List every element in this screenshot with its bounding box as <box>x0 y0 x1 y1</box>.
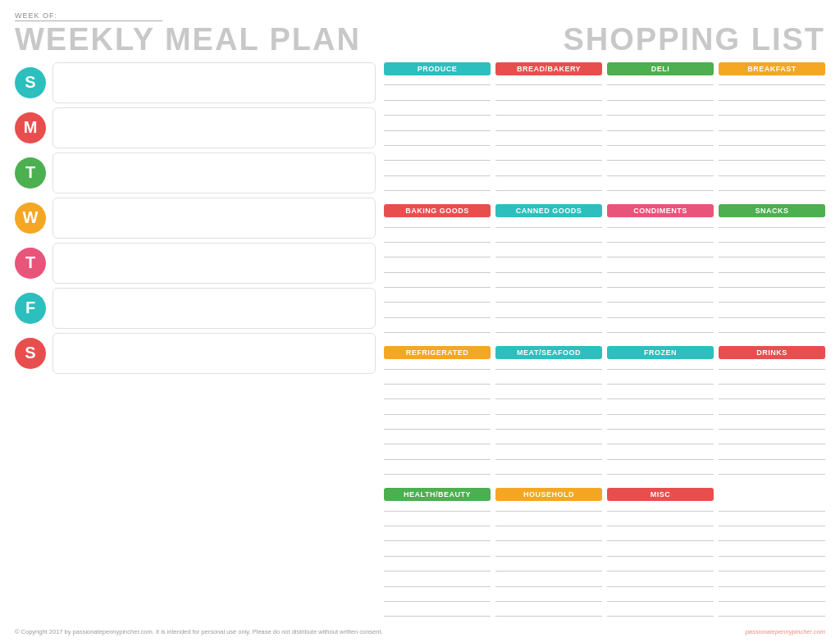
day-input-sunday[interactable] <box>52 62 376 103</box>
shopping-row-3: HEALTH/BEAUTYHOUSEHOLDMISC <box>384 488 825 625</box>
item-line <box>607 414 714 415</box>
item-line <box>384 540 491 541</box>
item-line <box>384 429 491 430</box>
item-line <box>607 100 714 101</box>
item-line <box>607 459 714 460</box>
footer: © Copyright 2017 by passionatepennypinch… <box>15 628 825 635</box>
day-circle-friday: F <box>15 293 46 324</box>
item-line <box>719 444 825 444</box>
item-line <box>384 115 491 116</box>
item-line <box>607 429 714 430</box>
item-line <box>495 227 602 228</box>
category-header-drinks: DRINKS <box>719 346 825 359</box>
item-line <box>384 556 491 557</box>
item-line <box>495 511 602 512</box>
item-line <box>495 556 602 557</box>
item-line <box>495 429 602 430</box>
day-row-monday: M <box>15 107 376 148</box>
category-header-frozen: FROZEN <box>607 346 714 359</box>
item-line <box>607 130 714 131</box>
item-line <box>495 474 602 475</box>
item-line <box>384 242 491 243</box>
item-line <box>607 115 714 116</box>
lines-area <box>607 219 714 341</box>
category-header-deli: DELI <box>607 62 714 75</box>
item-line <box>607 160 714 161</box>
item-line <box>719 257 825 257</box>
item-line <box>384 511 491 512</box>
day-row-tuesday: T <box>15 153 376 194</box>
day-input-friday[interactable] <box>52 288 376 329</box>
day-input-thursday[interactable] <box>52 243 376 284</box>
day-circle-sunday: S <box>15 67 46 98</box>
shopping-col-2-3: DRINKS <box>719 346 825 483</box>
item-line <box>607 145 714 146</box>
item-line <box>607 190 714 191</box>
item-line <box>495 586 602 587</box>
item-line <box>607 511 714 512</box>
item-line <box>495 616 602 617</box>
item-line <box>719 84 825 85</box>
item-line <box>607 616 714 617</box>
item-line <box>719 384 825 385</box>
day-input-tuesday[interactable] <box>52 153 376 194</box>
item-line <box>607 586 714 587</box>
item-line <box>384 272 491 273</box>
lines-area <box>495 77 602 199</box>
category-header-meat-seafood: MEAT/SEAFOOD <box>495 346 602 359</box>
item-line <box>495 317 602 318</box>
item-line <box>495 242 602 243</box>
item-line <box>384 130 491 131</box>
item-line <box>384 84 491 85</box>
top-bar: WEEK OF: <box>15 11 825 21</box>
lines-area <box>719 77 825 199</box>
category-header-bread-bakery: BREAD/BAKERY <box>495 62 602 75</box>
item-line <box>719 160 825 161</box>
item-line <box>495 332 602 333</box>
item-line <box>384 302 491 303</box>
item-line <box>607 242 714 243</box>
shopping-col-2-1: MEAT/SEAFOOD <box>495 346 602 483</box>
item-line <box>384 190 491 191</box>
item-line <box>495 540 602 541</box>
item-line <box>607 317 714 318</box>
item-line <box>719 429 825 430</box>
lines-area <box>607 361 714 483</box>
shopping-col-2-2: FROZEN <box>607 346 714 483</box>
day-input-saturday[interactable] <box>52 333 376 374</box>
item-line <box>384 616 491 617</box>
day-input-monday[interactable] <box>52 107 376 148</box>
item-line <box>719 272 825 273</box>
item-line <box>719 287 825 288</box>
lines-area <box>607 503 714 625</box>
day-row-wednesday: W <box>15 198 376 239</box>
meal-plan-title: WEEKLY MEAL PLAN <box>15 23 376 57</box>
day-circle-tuesday: T <box>15 157 46 189</box>
main-content: WEEKLY MEAL PLAN SMTWTFS SHOPPING LIST P… <box>15 23 825 625</box>
week-of-label: WEEK OF: <box>15 11 162 21</box>
item-line <box>607 398 714 399</box>
item-line <box>719 571 825 571</box>
item-line <box>384 414 491 415</box>
item-line <box>495 145 602 146</box>
shopping-col-0-2: DELI <box>607 62 714 199</box>
category-header-household: HOUSEHOLD <box>495 488 602 501</box>
item-line <box>607 257 714 257</box>
category-header-baking-goods: BAKING GOODS <box>384 204 491 217</box>
page: WEEK OF: WEEKLY MEAL PLAN SMTWTFS SHOPPI… <box>0 0 840 642</box>
item-line <box>495 414 602 415</box>
item-line <box>495 601 602 602</box>
item-line <box>495 272 602 273</box>
item-line <box>495 130 602 131</box>
item-line <box>495 571 602 571</box>
item-line <box>719 130 825 131</box>
shopping-col-3-0: HEALTH/BEAUTY <box>384 488 491 625</box>
item-line <box>719 616 825 617</box>
item-line <box>495 175 602 176</box>
day-input-wednesday[interactable] <box>52 198 376 239</box>
item-line <box>607 526 714 526</box>
shopping-row-0: PRODUCEBREAD/BAKERYDELIBREAKFAST <box>384 62 825 199</box>
item-line <box>495 160 602 161</box>
item-line <box>384 571 491 571</box>
item-line <box>719 175 825 176</box>
